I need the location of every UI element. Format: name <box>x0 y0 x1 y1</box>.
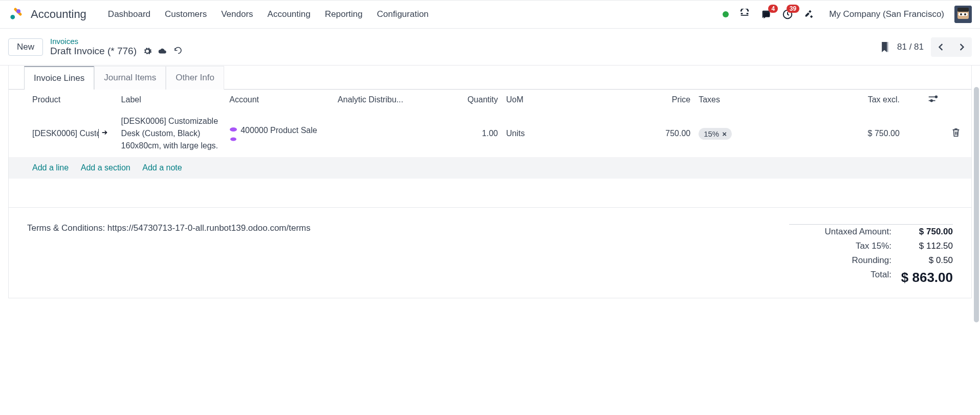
svg-rect-6 <box>957 8 969 12</box>
terms-text[interactable]: Terms & Conditions: https://54730713-17-… <box>27 223 789 233</box>
tax-chip-label: 15% <box>704 129 719 138</box>
gear-icon[interactable] <box>143 47 152 56</box>
discard-icon[interactable] <box>173 47 183 56</box>
invoice-lines-table: Product Label Account Analytic Distribu.… <box>9 90 971 208</box>
untaxed-value: $ 750.00 <box>891 227 953 237</box>
nav-customers[interactable]: Customers <box>165 9 207 19</box>
account-value: 400000 Product Sale <box>241 126 317 135</box>
top-navbar: Accounting Dashboard Customers Vendors A… <box>0 0 980 29</box>
col-options[interactable] <box>923 90 947 110</box>
activities-badge: 39 <box>787 5 799 13</box>
tools-icon[interactable] <box>803 9 815 20</box>
svg-point-12 <box>230 127 237 132</box>
rounding-label: Rounding: <box>789 255 891 266</box>
account-field[interactable]: 400000 Product Sale <box>229 126 330 141</box>
pager-counter[interactable]: 81 / 81 <box>897 42 924 52</box>
col-tax-excl[interactable]: Tax excl. <box>779 90 923 110</box>
content-area: Invoice Lines Journal Items Other Info P… <box>0 65 980 319</box>
cloud-save-icon[interactable] <box>158 47 167 56</box>
presence-indicator-icon <box>723 11 729 17</box>
pager-prev-button[interactable] <box>931 37 951 57</box>
label-field[interactable]: [DESK0006] Customizable Desk (Custom, Bl… <box>121 115 222 152</box>
product-value: [DESK0006] Custom <box>32 129 99 138</box>
tax-excl-field: $ 750.00 <box>779 110 923 157</box>
tab-invoice-lines[interactable]: Invoice Lines <box>24 66 94 90</box>
invoice-lines-panel: Product Label Account Analytic Distribu.… <box>9 89 971 298</box>
systray: 4 39 My Company (San Francisco) <box>723 6 972 23</box>
svg-point-1 <box>10 15 15 19</box>
company-selector[interactable]: My Company (San Francisco) <box>829 9 944 19</box>
uom-field[interactable]: Units <box>502 110 574 157</box>
columns-options-icon[interactable] <box>927 96 939 104</box>
vertical-scrollbar[interactable] <box>974 67 979 319</box>
taxes-field[interactable]: 15% × <box>694 110 779 157</box>
total-label: Total: <box>789 270 891 286</box>
messages-badge: 4 <box>768 5 778 13</box>
activities-icon[interactable]: 39 <box>782 9 793 20</box>
nav-accounting[interactable]: Accounting <box>268 9 311 19</box>
tabs: Invoice Lines Journal Items Other Info <box>9 65 971 89</box>
add-row: Add a line Add a section Add a note <box>9 157 971 179</box>
svg-point-9 <box>964 13 966 15</box>
col-quantity[interactable]: Quantity <box>430 90 502 110</box>
avatar[interactable] <box>954 6 972 23</box>
tab-journal-items[interactable]: Journal Items <box>94 66 166 90</box>
form-sheet: Invoice Lines Journal Items Other Info P… <box>8 65 972 298</box>
tax-label: Tax 15%: <box>789 241 891 251</box>
pager: 81 / 81 <box>880 37 972 57</box>
tax-chip-remove-icon[interactable]: × <box>722 129 727 138</box>
untaxed-label: Untaxed Amount: <box>789 227 891 237</box>
col-label[interactable]: Label <box>117 90 226 110</box>
svg-rect-7 <box>959 13 968 16</box>
svg-point-8 <box>960 13 962 15</box>
col-analytic[interactable]: Analytic Distribu... <box>334 90 430 110</box>
nav-vendors[interactable]: Vendors <box>221 9 253 19</box>
add-section-link[interactable]: Add a section <box>81 163 130 172</box>
account-tag-icons <box>229 127 237 141</box>
svg-point-13 <box>230 138 236 141</box>
col-product[interactable]: Product <box>9 90 117 110</box>
table-row[interactable]: [DESK0006] Custom [DESK0006] Customizabl… <box>9 110 971 157</box>
phone-icon[interactable] <box>739 9 750 20</box>
svg-point-11 <box>930 100 932 102</box>
rounding-value: $ 0.50 <box>891 255 953 266</box>
svg-point-10 <box>935 96 937 98</box>
pager-next-button[interactable] <box>951 37 972 57</box>
new-button[interactable]: New <box>8 38 43 56</box>
app-title[interactable]: Accounting <box>31 8 86 21</box>
quantity-field[interactable]: 1.00 <box>430 110 502 157</box>
svg-point-2 <box>16 9 20 13</box>
tab-other-info[interactable]: Other Info <box>166 66 224 90</box>
nav-dashboard[interactable]: Dashboard <box>108 9 150 19</box>
col-account[interactable]: Account <box>225 90 334 110</box>
scrollbar-thumb[interactable] <box>974 87 979 319</box>
breadcrumb-title: Draft Invoice (* 776) <box>50 46 137 57</box>
messages-icon[interactable]: 4 <box>760 9 772 20</box>
app-logo-icon[interactable] <box>8 7 23 21</box>
col-price[interactable]: Price <box>574 90 694 110</box>
total-value: $ 863.00 <box>891 270 953 286</box>
tax-value: $ 112.50 <box>891 241 953 251</box>
breadcrumb: Invoices Draft Invoice (* 776) <box>50 37 183 57</box>
add-note-link[interactable]: Add a note <box>142 163 182 172</box>
form-footer: Terms & Conditions: https://54730713-17-… <box>9 208 971 298</box>
analytic-field[interactable] <box>334 110 430 157</box>
nav-reporting[interactable]: Reporting <box>325 9 363 19</box>
col-uom[interactable]: UoM <box>502 90 574 110</box>
totals: Untaxed Amount: $ 750.00 Tax 15%: $ 112.… <box>789 223 953 288</box>
breadcrumb-parent[interactable]: Invoices <box>50 37 183 46</box>
nav-configuration[interactable]: Configuration <box>377 9 428 19</box>
arrow-right-icon[interactable] <box>101 129 108 138</box>
add-line-link[interactable]: Add a line <box>32 163 69 172</box>
control-bar: New Invoices Draft Invoice (* 776) 81 / … <box>0 29 980 65</box>
product-field[interactable]: [DESK0006] Custom <box>32 129 113 138</box>
price-field[interactable]: 750.00 <box>574 110 694 157</box>
delete-line-icon[interactable] <box>951 130 961 139</box>
tax-chip[interactable]: 15% × <box>699 128 732 140</box>
bookmark-icon[interactable] <box>880 41 890 53</box>
col-taxes[interactable]: Taxes <box>694 90 779 110</box>
